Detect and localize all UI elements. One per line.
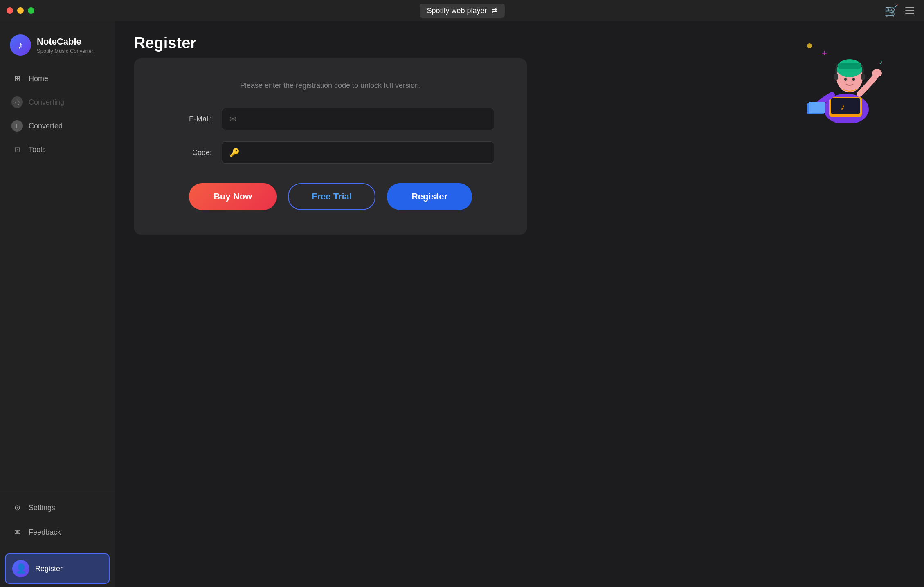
code-input-wrapper[interactable]: 🔑	[222, 141, 494, 164]
spotify-player-label: Spotify web player	[427, 7, 487, 15]
sidebar: ♪ NoteCable Spotify Music Converter ⊞ Ho…	[0, 21, 115, 587]
minimize-button[interactable]	[17, 7, 24, 14]
svg-point-0	[807, 43, 812, 48]
home-icon: ⊞	[11, 73, 23, 84]
action-buttons: Buy Now Free Trial Register	[167, 183, 494, 210]
buy-now-button[interactable]: Buy Now	[189, 183, 277, 210]
tools-icon: ⊡	[11, 144, 23, 155]
sidebar-item-register-label: Register	[35, 565, 63, 573]
spotify-player-button[interactable]: Spotify web player ⇄	[419, 4, 504, 18]
email-label: E-Mail:	[167, 115, 212, 123]
register-description: Please enter the registration code to un…	[167, 81, 494, 90]
sidebar-item-feedback-label: Feedback	[29, 528, 61, 537]
sidebar-item-home-label: Home	[29, 74, 48, 83]
nav-items: ⊞ Home ◌ Converting L Converted ⊡ Tools	[0, 67, 115, 491]
svg-point-14	[872, 69, 882, 77]
svg-text:♪: ♪	[841, 101, 845, 112]
sidebar-item-converted-label: Converted	[29, 122, 63, 130]
menu-line-1	[905, 7, 914, 8]
email-input-wrapper[interactable]: ✉	[222, 108, 494, 130]
sidebar-item-settings[interactable]: ⊙ Settings	[5, 496, 110, 519]
svg-rect-16	[809, 102, 825, 113]
register-avatar-icon: 👤	[12, 560, 29, 577]
traffic-lights	[7, 7, 34, 14]
app-subtitle: Spotify Music Converter	[37, 48, 93, 54]
sidebar-item-converting: ◌ Converting	[5, 91, 110, 114]
register-illustration: + ♪ ♪	[785, 34, 891, 123]
email-icon: ✉	[229, 114, 236, 124]
svg-text:+: +	[822, 48, 827, 58]
sidebar-item-feedback[interactable]: ✉ Feedback	[5, 521, 110, 544]
register-button[interactable]: Register	[387, 183, 472, 210]
register-form-card: Please enter the registration code to un…	[134, 58, 527, 235]
svg-rect-9	[838, 63, 861, 69]
sidebar-logo: ♪ NoteCable Spotify Music Converter	[0, 21, 115, 67]
illustration: + ♪ ♪	[785, 34, 891, 123]
main-content: + ♪ ♪	[115, 21, 924, 587]
cart-button[interactable]: 🛒	[884, 4, 899, 18]
code-label: Code:	[167, 148, 212, 157]
svg-text:♪: ♪	[879, 58, 883, 66]
converted-icon: L	[11, 120, 23, 132]
svg-point-13	[852, 78, 855, 81]
logo-music-note: ♪	[18, 39, 23, 52]
svg-rect-5	[831, 98, 860, 114]
page-title: Register	[134, 34, 196, 52]
settings-icon: ⊙	[11, 502, 23, 513]
sidebar-item-home[interactable]: ⊞ Home	[5, 67, 110, 90]
email-input[interactable]	[241, 115, 486, 123]
app-body: ♪ NoteCable Spotify Music Converter ⊞ Ho…	[0, 21, 924, 587]
sidebar-item-converting-label: Converting	[29, 98, 64, 107]
svg-point-12	[844, 78, 847, 81]
code-input[interactable]	[245, 148, 486, 157]
sidebar-item-converted[interactable]: L Converted	[5, 114, 110, 137]
title-bar-right: 🛒	[884, 4, 914, 18]
feedback-icon: ✉	[11, 527, 23, 538]
menu-button[interactable]	[905, 7, 914, 14]
logo-text: NoteCable Spotify Music Converter	[37, 36, 93, 54]
menu-line-3	[905, 13, 914, 14]
svg-rect-10	[834, 74, 838, 80]
code-form-row: Code: 🔑	[167, 141, 494, 164]
app-name: NoteCable	[37, 36, 93, 47]
title-bar-center: Spotify web player ⇄	[419, 4, 504, 18]
sidebar-item-tools[interactable]: ⊡ Tools	[5, 138, 110, 161]
app-logo-icon: ♪	[10, 34, 31, 56]
menu-line-2	[905, 10, 914, 11]
converting-icon: ◌	[11, 96, 23, 108]
free-trial-button[interactable]: Free Trial	[288, 183, 375, 210]
cart-icon: 🛒	[884, 4, 899, 17]
sidebar-item-register[interactable]: 👤 Register	[5, 553, 110, 584]
sidebar-bottom: ⊙ Settings ✉ Feedback	[0, 491, 115, 550]
svg-rect-11	[861, 74, 865, 80]
switch-icon: ⇄	[491, 6, 497, 15]
key-icon: 🔑	[229, 148, 240, 157]
sidebar-item-tools-label: Tools	[29, 146, 46, 154]
maximize-button[interactable]	[28, 7, 34, 14]
email-form-row: E-Mail: ✉	[167, 108, 494, 130]
sidebar-item-settings-label: Settings	[29, 504, 55, 512]
title-bar: Spotify web player ⇄ 🛒	[0, 0, 924, 21]
close-button[interactable]	[7, 7, 13, 14]
